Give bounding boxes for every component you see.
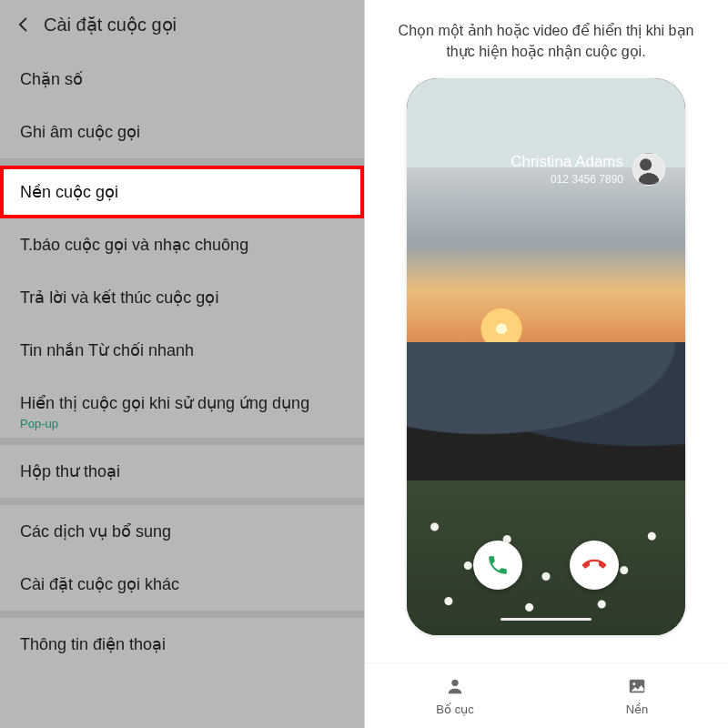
tab-background-label: Nền — [626, 703, 649, 716]
settings-list: Chặn số Ghi âm cuộc gọi Nền cuộc gọi T.b… — [0, 49, 364, 671]
row-supplementary[interactable]: Các dịch vụ bổ sung — [0, 505, 364, 558]
caller-info: Christina Adams 012 3456 7890 — [511, 153, 665, 186]
caller-name: Christina Adams — [511, 153, 623, 171]
row-alerts-ringtones[interactable]: T.báo cuộc gọi và nhạc chuông — [0, 218, 364, 271]
row-call-recording[interactable]: Ghi âm cuộc gọi — [0, 106, 364, 158]
answer-button[interactable] — [473, 541, 522, 590]
row-block-numbers[interactable]: Chặn số — [0, 53, 364, 106]
decline-button[interactable] — [570, 541, 619, 590]
row-phone-info[interactable]: Thông tin điện thoại — [0, 618, 364, 671]
section-divider — [0, 611, 364, 618]
svg-point-2 — [632, 682, 635, 685]
row-call-display-sub: Pop-up — [20, 417, 344, 430]
image-icon — [627, 676, 647, 699]
section-divider — [0, 438, 364, 445]
tab-layout[interactable]: Bố cục — [364, 663, 546, 728]
call-controls — [407, 541, 685, 590]
preview-area: Christina Adams 012 3456 7890 — [364, 75, 728, 662]
description-text: Chọn một ảnh hoặc video để hiển thị khi … — [364, 0, 728, 75]
person-icon — [445, 676, 465, 699]
row-answer-end[interactable]: Trả lời và kết thúc cuộc gọi — [0, 271, 364, 324]
pane-divider — [364, 0, 365, 728]
row-call-background[interactable]: Nền cuộc gọi — [0, 166, 364, 218]
caller-number: 012 3456 7890 — [511, 173, 623, 186]
row-call-display[interactable]: Hiển thị cuộc gọi khi sử dụng ứng dụng P… — [0, 377, 364, 438]
tab-background[interactable]: Nền — [546, 663, 728, 728]
section-divider — [0, 158, 364, 166]
section-divider — [0, 498, 364, 505]
header: Cài đặt cuộc gọi — [0, 0, 364, 49]
phone-preview[interactable]: Christina Adams 012 3456 7890 — [407, 78, 685, 635]
back-icon[interactable] — [13, 14, 35, 35]
page-title: Cài đặt cuộc gọi — [44, 14, 177, 35]
avatar — [632, 153, 665, 186]
svg-point-0 — [451, 679, 458, 685]
bottom-tabs: Bố cục Nền — [364, 662, 728, 728]
call-background-pane: Chọn một ảnh hoặc video để hiển thị khi … — [364, 0, 728, 728]
home-indicator — [500, 618, 592, 621]
row-quick-decline[interactable]: Tin nhắn Từ chối nhanh — [0, 324, 364, 377]
settings-pane: Cài đặt cuộc gọi Chặn số Ghi âm cuộc gọi… — [0, 0, 364, 728]
row-voicemail[interactable]: Hộp thư thoại — [0, 445, 364, 498]
tab-layout-label: Bố cục — [436, 703, 473, 716]
row-other-settings[interactable]: Cài đặt cuộc gọi khác — [0, 558, 364, 611]
